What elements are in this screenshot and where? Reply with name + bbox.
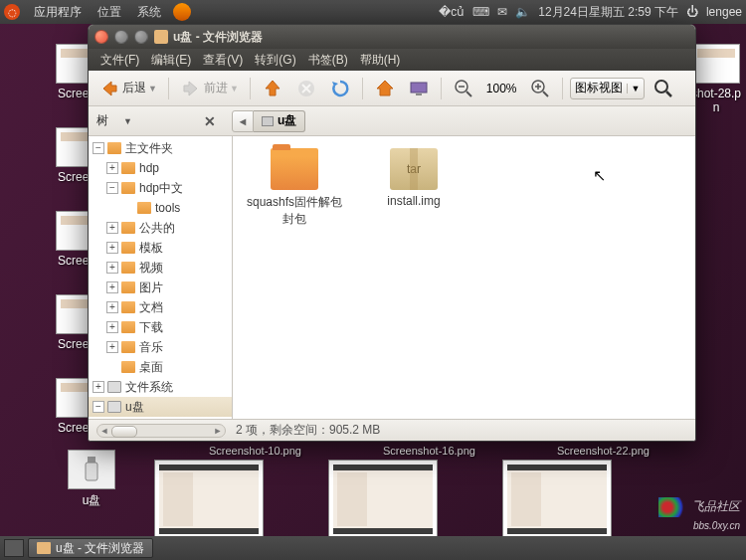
drive-icon [262,116,274,126]
svg-point-12 [655,81,667,93]
sound-icon[interactable]: 🔈 [515,5,530,19]
path-back-button[interactable]: ◄ [232,110,254,132]
computer-icon [408,78,430,99]
usb-icon [107,401,121,413]
tree-item[interactable]: −hdp中文 [89,178,232,198]
back-button[interactable]: 后退 ▼ [94,75,161,102]
folder-icon [154,30,168,44]
file-archive[interactable]: tar install.img [364,148,464,228]
dropdown-icon: ▼ [627,84,641,93]
tree-item[interactable]: +音乐 [89,337,232,357]
svg-line-6 [466,92,471,96]
window-minimize-button[interactable] [114,30,128,44]
reload-button[interactable] [325,75,355,102]
tree-filesystem[interactable]: +文件系统 [89,377,232,397]
tree-item[interactable]: +桌面 [89,357,232,377]
watermark: 飞品社区 bbs.0xy.cn [658,497,740,532]
desktop-label: Screenshot-16.png [383,445,475,457]
menu-help[interactable]: 帮助(H) [354,52,407,69]
tree-home[interactable]: −主文件夹 [89,138,232,158]
file-view[interactable]: squashfs固件解包封包 tar install.img ↖ [233,136,695,419]
home-icon [374,78,396,99]
desktop-icon[interactable]: shot-28.pn [688,44,744,114]
path-location-button[interactable]: u盘 [254,110,305,132]
up-button[interactable] [258,75,287,102]
file-browser-window: u盘 - 文件浏览器 文件(F) 编辑(E) 查看(V) 转到(G) 书签(B)… [88,24,696,442]
search-icon [653,78,674,99]
forward-button[interactable]: 前进 ▼ [176,75,243,102]
tree-item[interactable]: +tools [89,198,232,218]
stop-button[interactable] [291,75,321,102]
zoom-in-icon [529,78,551,99]
show-desktop-button[interactable] [4,539,24,557]
file-folder[interactable]: squashfs固件解包封包 [245,148,344,228]
desktop-usb-icon[interactable]: u盘 [60,450,123,509]
menu-file[interactable]: 文件(F) [94,52,145,69]
system-tray: �củ ⌨ ✉ 🔈 12月24日星期五 2:59 下午 ⏻ lengee [439,4,742,21]
menu-edit[interactable]: 编辑(E) [145,52,197,69]
sidebar-tree[interactable]: −主文件夹 +hdp −hdp中文 +tools +公共的 +模板 +视频 +图… [89,136,233,419]
reload-icon [329,78,351,99]
horizontal-scrollbar[interactable]: ◄► [96,424,226,438]
top-panel: ◌ 应用程序 位置 系统 �củ ⌨ ✉ 🔈 12月24日星期五 2:59 下午… [0,0,746,24]
tree-item[interactable]: +文档 [89,297,232,317]
stop-icon [295,78,317,99]
window-maximize-button[interactable] [134,30,148,44]
window-close-button[interactable] [94,30,108,44]
menu-applications[interactable]: 应用程序 [26,4,90,21]
archive-icon: tar [390,148,438,190]
bottom-panel: u盘 - 文件浏览器 [0,536,746,560]
tree-item[interactable]: +hdp [89,158,232,178]
close-sidebar-button[interactable]: ✕ [204,113,216,129]
pathbar: 树▼ ✕ ◄ u盘 [89,106,695,136]
sidebar-mode-label[interactable]: 树▼ [96,112,196,129]
keyboard-icon[interactable]: ⌨ [472,5,489,19]
search-button[interactable] [649,75,678,102]
menu-bookmarks[interactable]: 书签(B) [302,52,354,69]
desktop-label: Screenshot-22.png [557,445,650,457]
window-title: u盘 - 文件浏览器 [173,29,263,46]
clock[interactable]: 12月24日星期五 2:59 下午 [538,4,678,21]
folder-icon [37,542,51,554]
zoom-in-button[interactable] [525,75,555,102]
menu-places[interactable]: 位置 [90,4,129,21]
tree-item[interactable]: +视频 [89,258,232,278]
svg-rect-4 [416,93,422,95]
svg-rect-1 [86,463,97,480]
home-button[interactable] [370,75,400,102]
status-text: 2 项，剩余空间：905.2 MB [236,422,380,439]
dropdown-icon[interactable]: ▼ [148,84,157,93]
titlebar[interactable]: u盘 - 文件浏览器 [89,25,695,49]
svg-line-13 [666,92,671,96]
svg-line-9 [543,92,548,96]
taskbar-window-button[interactable]: u盘 - 文件浏览器 [28,538,153,558]
watermark-logo-icon [658,497,688,517]
menubar: 文件(F) 编辑(E) 查看(V) 转到(G) 书签(B) 帮助(H) [89,49,695,71]
ubuntu-logo-icon[interactable]: ◌ [4,4,20,20]
drive-icon [107,381,121,393]
wifi-icon[interactable]: �củ [439,5,465,19]
menu-go[interactable]: 转到(G) [249,52,301,69]
view-mode-select[interactable]: 图标视图 ▼ [570,78,646,99]
forward-arrow-icon [180,78,202,99]
folder-icon [107,142,121,154]
statusbar: ◄► 2 项，剩余空间：905.2 MB [89,419,695,441]
usb-drive-icon [68,450,115,489]
svg-rect-3 [411,83,427,93]
menu-system[interactable]: 系统 [129,4,169,21]
tree-item[interactable]: +下载 [89,317,232,337]
zoom-level: 100% [482,82,521,95]
toolbar: 后退 ▼ 前进 ▼ 100% [89,71,695,106]
user-name[interactable]: lengee [706,5,742,19]
menu-view[interactable]: 查看(V) [197,52,249,69]
folder-icon [271,148,318,190]
tree-item[interactable]: +图片 [89,278,232,297]
tree-item[interactable]: +公共的 [89,218,232,238]
tree-item[interactable]: +模板 [89,238,232,258]
power-icon[interactable]: ⏻ [686,5,698,19]
tree-usb[interactable]: −u盘 [89,397,232,417]
computer-button[interactable] [404,75,434,102]
zoom-out-button[interactable] [449,75,478,102]
mail-icon[interactable]: ✉ [497,5,507,19]
firefox-icon[interactable] [173,3,191,21]
